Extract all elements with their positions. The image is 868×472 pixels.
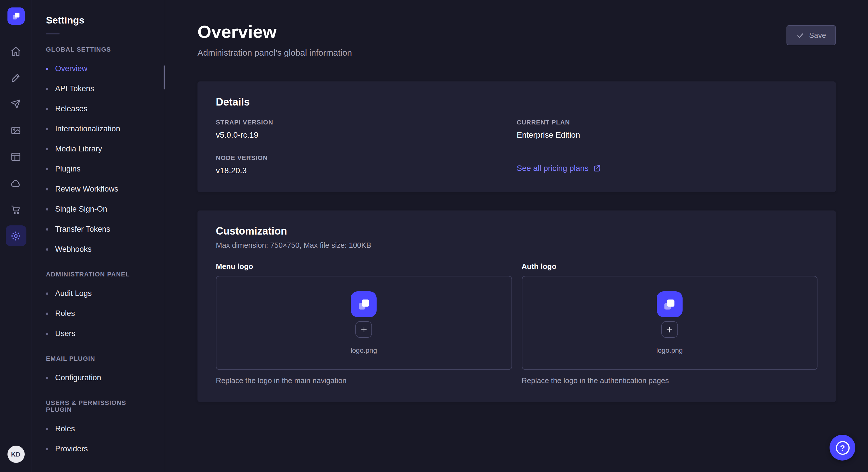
menu-logo-dropzone[interactable]: logo.png	[216, 276, 512, 370]
section-label: EMAIL PLUGIN	[46, 355, 151, 362]
customization-card-subtitle: Max dimension: 750×750, Max file size: 1…	[216, 241, 817, 249]
sidebar-item-label: Releases	[55, 104, 88, 113]
sidebar-item-overview[interactable]: Overview	[32, 59, 165, 78]
menu-logo-add-button[interactable]	[355, 321, 372, 338]
bullet-dot	[46, 88, 48, 90]
strapi-logo-icon	[10, 10, 22, 22]
sidebar-item-label: Providers	[55, 444, 88, 453]
details-card-title: Details	[216, 96, 817, 108]
paper-plane-icon[interactable]	[5, 94, 26, 114]
sidebar-item-label: Configuration	[55, 373, 101, 382]
bullet-dot	[46, 188, 48, 190]
auth-logo-hint: Replace the logo in the authentication p…	[522, 376, 817, 385]
menu-logo-label: Menu logo	[216, 262, 512, 271]
auth-logo-label: Auth logo	[522, 262, 817, 271]
cloud-icon[interactable]	[5, 173, 26, 193]
app-root: KD Settings GLOBAL SETTINGS Overview API…	[0, 0, 868, 472]
sidebar-item-releases[interactable]: Releases	[32, 99, 165, 119]
settings-sidebar-title: Settings	[46, 15, 151, 26]
customization-card-title: Customization	[216, 225, 817, 237]
strapi-logo-icon	[661, 296, 678, 313]
bullet-dot	[46, 168, 48, 170]
home-icon[interactable]	[5, 41, 26, 61]
sidebar-item-plugins[interactable]: Plugins	[32, 159, 165, 179]
sidebar-item-media-library[interactable]: Media Library	[32, 139, 165, 159]
bullet-dot	[46, 228, 48, 230]
settings-sidebar: Settings GLOBAL SETTINGS Overview API To…	[32, 0, 165, 472]
node-version-value: v18.20.3	[216, 166, 517, 175]
sidebar-item-label: Single Sign-On	[55, 205, 107, 213]
bullet-dot	[46, 376, 48, 379]
rail-icon-list	[5, 41, 26, 246]
auth-logo-add-button[interactable]	[661, 321, 678, 338]
cart-icon[interactable]	[5, 199, 26, 220]
sidebar-section-administration-panel: ADMINISTRATION PANEL Audit Logs Roles Us…	[32, 271, 165, 343]
gear-icon[interactable]	[5, 225, 26, 246]
bullet-dot	[46, 312, 48, 314]
bullet-dot	[46, 67, 48, 70]
auth-logo-dropzone[interactable]: logo.png	[522, 276, 817, 370]
strapi-version-field: STRAPI VERSION v5.0.0-rc.19	[216, 119, 517, 139]
strapi-logo[interactable]	[7, 7, 24, 25]
sidebar-scrollbar-thumb[interactable]	[164, 65, 165, 90]
pricing-plans-link[interactable]: See all pricing plans	[517, 164, 601, 173]
sidebar-item-api-tokens[interactable]: API Tokens	[32, 78, 165, 99]
plus-icon	[360, 326, 368, 334]
sidebar-item-providers[interactable]: Providers	[32, 439, 165, 459]
sidebar-item-label: Plugins	[55, 165, 81, 173]
bullet-dot	[46, 428, 48, 430]
sidebar-item-admin-roles[interactable]: Roles	[32, 303, 165, 324]
node-version-field: NODE VERSION v18.20.3	[216, 154, 517, 175]
bullet-dot	[46, 332, 48, 335]
main-content: Overview Administration panel’s global i…	[165, 0, 868, 472]
page-subtitle: Administration panel’s global informatio…	[197, 47, 352, 57]
strapi-version-label: STRAPI VERSION	[216, 119, 517, 126]
sidebar-item-label: Transfer Tokens	[55, 225, 110, 233]
sidebar-item-label: Overview	[55, 64, 88, 73]
sidebar-item-single-sign-on[interactable]: Single Sign-On	[32, 199, 165, 219]
sidebar-item-webhooks[interactable]: Webhooks	[32, 239, 165, 259]
sidebar-item-label: Webhooks	[55, 245, 92, 254]
sidebar-section-users-permissions-plugin: USERS & PERMISSIONS PLUGIN Roles Provide…	[32, 399, 165, 459]
uploads-grid: Menu logo logo.png Replac	[216, 262, 817, 385]
sidebar-item-internationalization[interactable]: Internationalization	[32, 119, 165, 139]
media-library-icon[interactable]	[5, 120, 26, 140]
details-left-column: STRAPI VERSION v5.0.0-rc.19 NODE VERSION…	[216, 119, 517, 175]
section-label: GLOBAL SETTINGS	[46, 46, 151, 53]
current-plan-label: CURRENT PLAN	[517, 119, 817, 126]
main-nav-rail: KD	[0, 0, 32, 472]
details-grid: STRAPI VERSION v5.0.0-rc.19 NODE VERSION…	[216, 119, 817, 175]
auth-logo-upload: Auth logo logo.png Replac	[522, 262, 817, 385]
node-version-label: NODE VERSION	[216, 154, 517, 161]
sidebar-item-configuration[interactable]: Configuration	[32, 368, 165, 388]
avatar[interactable]: KD	[7, 446, 24, 463]
menu-logo-hint: Replace the logo in the main navigation	[216, 376, 512, 385]
sidebar-section-email-plugin: EMAIL PLUGIN Configuration	[32, 355, 165, 388]
current-plan-value: Enterprise Edition	[517, 130, 817, 139]
sidebar-item-label: Audit Logs	[55, 289, 92, 298]
layout-icon[interactable]	[5, 146, 26, 167]
sidebar-item-label: Users	[55, 329, 75, 338]
auth-logo-preview	[657, 291, 683, 317]
details-right-column: CURRENT PLAN Enterprise Edition See all …	[517, 119, 817, 175]
section-label: USERS & PERMISSIONS PLUGIN	[46, 399, 151, 413]
sidebar-item-audit-logs[interactable]: Audit Logs	[32, 283, 165, 303]
sidebar-item-transfer-tokens[interactable]: Transfer Tokens	[32, 219, 165, 239]
pen-icon[interactable]	[5, 67, 26, 88]
details-card: Details STRAPI VERSION v5.0.0-rc.19 NODE…	[197, 81, 836, 192]
page-title: Overview	[197, 22, 352, 42]
check-icon	[797, 31, 805, 39]
menu-logo-preview	[351, 291, 377, 317]
sidebar-item-users[interactable]: Users	[32, 324, 165, 343]
plus-icon	[665, 326, 674, 334]
save-button[interactable]: Save	[787, 25, 836, 45]
help-button[interactable]: ?	[830, 435, 856, 461]
sidebar-item-up-roles[interactable]: Roles	[32, 419, 165, 439]
bullet-dot	[46, 148, 48, 150]
page-header-text: Overview Administration panel’s global i…	[197, 22, 352, 57]
section-label: ADMINISTRATION PANEL	[46, 271, 151, 278]
sidebar-item-label: Roles	[55, 309, 75, 318]
sidebar-item-label: Roles	[55, 425, 75, 433]
pricing-plans-link-label: See all pricing plans	[517, 164, 589, 173]
sidebar-item-review-workflows[interactable]: Review Workflows	[32, 179, 165, 199]
